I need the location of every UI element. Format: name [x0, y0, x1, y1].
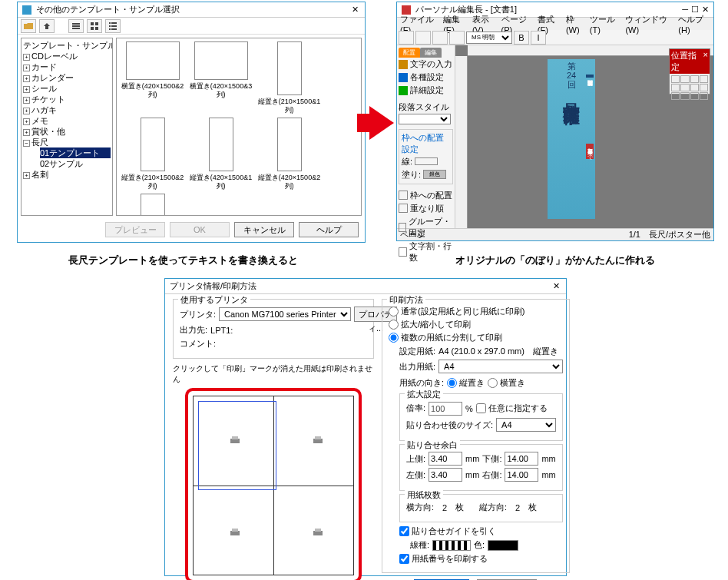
font-select[interactable]: MS 明朝: [466, 31, 512, 44]
template-select-dialog: その他のテンプレート・サンプル選択 ✕ テンプレート・サンプル +CDレーベル+…: [17, 2, 366, 243]
tree-item-selected[interactable]: 01テンプレート: [40, 147, 111, 158]
tree-item[interactable]: +メモ: [23, 115, 111, 126]
sidebar-op[interactable]: グループ・固定: [399, 215, 453, 240]
margin-bottom-input[interactable]: [505, 452, 538, 466]
folder-tree[interactable]: テンプレート・サンプル +CDレーベル+カード+カレンダー+シール+チケット+ハ…: [21, 38, 113, 216]
thumbnail[interactable]: 横置き(420×1500&3列): [188, 41, 253, 114]
open-icon[interactable]: [415, 31, 431, 45]
fill-swatch[interactable]: 銀色: [423, 170, 446, 179]
grid-cell[interactable]: [690, 84, 699, 91]
tree-item[interactable]: +ハガキ: [23, 104, 111, 115]
line-swatch[interactable]: [415, 157, 438, 165]
up-icon[interactable]: [39, 19, 55, 33]
grid-cell[interactable]: [700, 84, 708, 91]
tab-edit[interactable]: 編集: [420, 48, 442, 58]
aftersize-label: 貼り合わせ後のサイズ:: [406, 419, 493, 431]
palette-close-icon[interactable]: ×: [703, 50, 708, 73]
style-select[interactable]: [399, 114, 451, 124]
tree-root[interactable]: テンプレート・サンプル: [23, 40, 111, 51]
tree-item[interactable]: +CDレーベル: [23, 51, 111, 61]
margin-right-input[interactable]: [505, 468, 538, 482]
thumbnail[interactable]: 縦置き(420×1500&1列): [188, 118, 253, 191]
grid-cell[interactable]: [700, 75, 708, 83]
tree-item[interactable]: +カード: [23, 61, 111, 72]
banner-document[interactable]: 第24回 骨董市開催 駅前新装開店舗 四月二十日〜五月十五日まで: [548, 59, 595, 219]
style-label: 段落スタイル: [399, 101, 453, 113]
menu-item[interactable]: ウィンドウ(W): [625, 14, 673, 35]
thumbnail[interactable]: 縦置き(210×1500&2列): [120, 118, 185, 191]
guide-check[interactable]: 貼り合せガイドを引く: [399, 525, 563, 537]
aftersize-select[interactable]: A4: [496, 418, 556, 432]
bold-icon[interactable]: B: [514, 31, 529, 45]
list-view-icon[interactable]: [68, 19, 84, 33]
close-icon[interactable]: ✕: [349, 5, 360, 15]
printer-select[interactable]: Canon MG7100 series Printer: [219, 307, 351, 321]
thumbnail[interactable]: 縦置き(210×1500&1列): [256, 41, 322, 114]
ok-button[interactable]: OK: [170, 222, 230, 237]
grid-cell[interactable]: [700, 92, 708, 100]
sidebar-item[interactable]: 文字の入力: [399, 58, 453, 71]
grid-cell[interactable]: [680, 84, 689, 91]
preview-button[interactable]: プレビュー: [105, 222, 165, 237]
cancel-button[interactable]: キャンセル: [234, 222, 294, 237]
help-button[interactable]: ヘルプ: [299, 222, 359, 237]
thumbnail-grid[interactable]: 横置き(420×1500&2列)横置き(420×1500&3列)縦置き(210×…: [116, 38, 362, 216]
color-swatch[interactable]: [488, 540, 518, 551]
sidebar-item[interactable]: 詳細設定: [399, 84, 453, 97]
radio-split[interactable]: 複数の用紙に分割して印刷: [389, 332, 563, 343]
icon-view-icon[interactable]: [87, 19, 102, 33]
svg-rect-3: [315, 436, 321, 439]
printer-icon[interactable]: [312, 529, 324, 538]
close-icon[interactable]: ✕: [551, 281, 561, 292]
detail-view-icon[interactable]: [105, 19, 121, 33]
manual-check[interactable]: 任意に指定する: [476, 403, 548, 414]
sidebar-op[interactable]: 枠への配置: [399, 189, 453, 202]
grid-cell[interactable]: [690, 92, 699, 100]
position-palette[interactable]: 位置指定×: [669, 48, 710, 94]
tree-item[interactable]: +賞状・他: [23, 126, 111, 137]
thumbnail[interactable]: 横置き(420×1500&2列): [120, 41, 185, 114]
grid-cell[interactable]: [690, 75, 699, 83]
tree-item[interactable]: 02サンプル: [40, 158, 111, 169]
sidebar-item[interactable]: 各種設定: [399, 71, 453, 84]
new-icon[interactable]: [399, 31, 414, 45]
output-value: LPT1:: [210, 326, 233, 335]
tab-layout[interactable]: 配置: [399, 48, 420, 58]
page-split-preview[interactable]: [185, 388, 362, 580]
sidebar-op[interactable]: 重なり順: [399, 202, 453, 215]
radio-scale[interactable]: 拡大/縮小して印刷: [389, 319, 563, 330]
menu-item[interactable]: ヘルプ(H): [678, 14, 710, 35]
folder-icon[interactable]: [21, 19, 36, 33]
grid-cell[interactable]: [680, 92, 689, 100]
menu-item[interactable]: ツール(T): [590, 14, 621, 35]
margin-top-input[interactable]: [429, 452, 462, 466]
grid-cell[interactable]: [671, 75, 680, 83]
margin-left-input[interactable]: [429, 468, 462, 482]
outpaper-select[interactable]: A4: [438, 360, 563, 373]
radio-portrait[interactable]: 縦置き: [447, 377, 485, 389]
italic-icon[interactable]: I: [531, 31, 546, 45]
printer-icon[interactable]: [229, 436, 241, 446]
radio-landscape[interactable]: 横置き: [488, 377, 525, 389]
ratio-input[interactable]: [429, 402, 462, 416]
print-icon[interactable]: [449, 31, 465, 45]
menu-item[interactable]: 枠(W): [566, 14, 585, 35]
pageno-check[interactable]: 用紙番号を印刷する: [399, 553, 563, 565]
grid-cell[interactable]: [671, 92, 680, 100]
printer-icon[interactable]: [312, 436, 324, 446]
radio-normal[interactable]: 通常(設定用紙と同じ用紙に印刷): [389, 306, 563, 317]
save-icon[interactable]: [432, 31, 448, 45]
menubar[interactable]: ファイル(F)編集(E)表示(V)ページ(P)書式(F)枠(W)ツール(T)ウィ…: [397, 18, 713, 30]
grid-cell[interactable]: [680, 75, 689, 83]
thumbnail[interactable]: 縦置き(420×1500&2列): [256, 118, 322, 191]
printer-icon[interactable]: [229, 529, 241, 538]
thumbnail[interactable]: 縦置き(420×1500&3列): [120, 194, 185, 216]
tree-item[interactable]: −長尺: [23, 137, 111, 147]
tree-item[interactable]: +カレンダー: [23, 72, 111, 83]
canvas[interactable]: 第24回 骨董市開催 駅前新装開店舗 四月二十日〜五月十五日まで 位置指定×: [455, 45, 713, 228]
tree-item[interactable]: +名刺: [23, 169, 111, 180]
tree-item[interactable]: +シール: [23, 83, 111, 94]
grid-cell[interactable]: [671, 84, 680, 91]
tree-item[interactable]: +チケット: [23, 94, 111, 104]
linetype-swatch[interactable]: [432, 540, 471, 551]
